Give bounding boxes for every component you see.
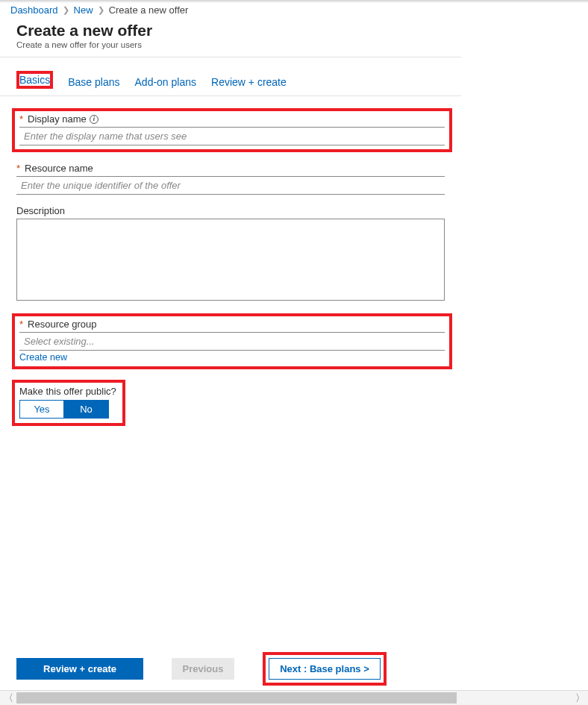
tab-basics[interactable]: Basics: [16, 71, 53, 89]
field-resource-group: * Resource group Create new: [12, 313, 452, 369]
next-button-highlight: Next : Base plans >: [263, 652, 387, 686]
field-public-toggle: Make this offer public? Yes No: [12, 380, 125, 426]
tabs: Basics Base plans Add-on plans Review + …: [0, 57, 461, 96]
previous-button: Previous: [172, 658, 234, 680]
tab-addon-plans[interactable]: Add-on plans: [135, 72, 197, 95]
scroll-thumb[interactable]: [16, 692, 457, 704]
required-star: *: [19, 319, 23, 330]
tab-review-create[interactable]: Review + create: [211, 72, 287, 95]
tab-basics-label: Basics: [19, 74, 50, 86]
resource-group-select[interactable]: [19, 332, 445, 351]
display-name-label: Display name: [28, 113, 87, 125]
description-input[interactable]: [16, 219, 445, 301]
horizontal-scrollbar[interactable]: 〈 〉: [0, 690, 588, 705]
required-star: *: [16, 163, 20, 174]
toggle-no[interactable]: No: [64, 400, 109, 419]
breadcrumb-dashboard[interactable]: Dashboard: [10, 4, 58, 16]
review-create-button[interactable]: Review + create: [16, 658, 143, 680]
info-icon[interactable]: i: [90, 115, 98, 124]
required-star: *: [19, 113, 23, 125]
page-subtitle: Create a new offer for your users: [16, 40, 461, 49]
breadcrumb-current: Create a new offer: [109, 4, 189, 16]
page-header: Create a new offer Create a new offer fo…: [0, 19, 461, 57]
chevron-right-icon: ❯: [98, 5, 104, 15]
scroll-left-arrow-icon[interactable]: 〈: [0, 692, 16, 705]
create-new-link[interactable]: Create new: [19, 352, 67, 363]
resource-name-label: Resource name: [25, 163, 93, 174]
public-toggle-label: Make this offer public?: [19, 386, 116, 397]
field-resource-name: * Resource name: [16, 163, 445, 195]
field-display-name: * Display name i: [12, 108, 452, 152]
scroll-track[interactable]: [16, 691, 572, 705]
display-name-input[interactable]: [19, 127, 445, 145]
field-description: Description: [16, 205, 445, 303]
chevron-right-icon: ❯: [63, 5, 69, 15]
footer-bar: Review + create Previous Next : Base pla…: [0, 652, 461, 686]
description-label: Description: [16, 205, 65, 216]
breadcrumb-new[interactable]: New: [74, 4, 93, 16]
toggle-yes[interactable]: Yes: [19, 400, 64, 419]
scroll-right-arrow-icon[interactable]: 〉: [572, 692, 588, 705]
resource-name-input[interactable]: [16, 176, 445, 195]
next-button[interactable]: Next : Base plans >: [269, 658, 381, 680]
page-title: Create a new offer: [16, 22, 461, 40]
resource-group-label: Resource group: [28, 319, 97, 330]
tab-base-plans[interactable]: Base plans: [68, 72, 119, 95]
